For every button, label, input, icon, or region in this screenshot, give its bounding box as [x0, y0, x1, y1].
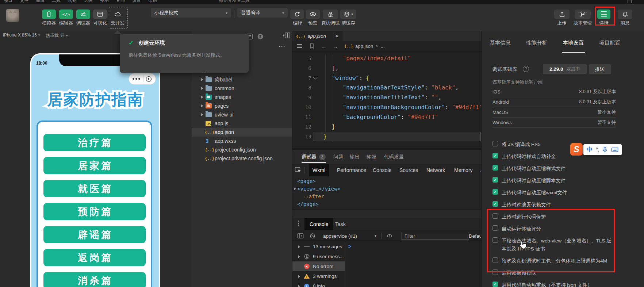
checkbox-checked[interactable]: ✓ — [492, 189, 498, 195]
clear-console-icon[interactable] — [310, 233, 315, 239]
panel-tab-调试器[interactable]: 调试器3 — [302, 150, 326, 164]
wxml-tree[interactable]: <page><view>…</view>::after</page> — [292, 176, 482, 211]
menu-item[interactable]: 设置 — [132, 0, 141, 4]
code-line-5[interactable]: 5"pages/index/detail" — [292, 54, 482, 64]
mini-menu-button[interactable]: 预防篇 — [43, 203, 146, 220]
code-line-6[interactable]: 6], — [292, 64, 482, 73]
code-line-11[interactable]: 11"backgroundColor": "#94d7f1" — [292, 112, 482, 122]
compile-button[interactable] — [290, 9, 304, 19]
tab-项目配置[interactable]: 项目配置 — [599, 39, 620, 46]
code-line-9[interactable]: 9"navigationBarTitleText": "", — [292, 93, 482, 103]
panel-tab-代码质量[interactable]: 代码质量 — [384, 150, 404, 164]
microphone-icon[interactable] — [602, 146, 608, 153]
code-line-10[interactable]: 10"navigationBarBackgroundColor": "#94d7… — [292, 103, 482, 112]
devtools-tab-performance[interactable]: Performance — [333, 164, 370, 176]
forward-icon[interactable]: → — [333, 43, 338, 49]
tab-app-json[interactable]: {..} app.json ✕ — [294, 31, 342, 41]
breadcrumb-more[interactable]: ... — [381, 43, 385, 49]
devtools-tab-wxml[interactable]: Wxml — [309, 164, 329, 176]
wxml-line[interactable]: ::after — [303, 192, 324, 200]
ime-mode-chinese[interactable]: 中 — [587, 146, 593, 154]
menu-item[interactable]: 编辑 — [36, 0, 45, 4]
chevron-down-icon[interactable]: ▼ — [374, 234, 377, 238]
console-prompt[interactable]: > — [348, 244, 351, 249]
menu-item[interactable]: 工具 — [52, 0, 61, 4]
option-上传代码时自[interactable]: ✓上传代码时自动压缩样式文件 — [492, 165, 617, 177]
code-line-7[interactable]: 7"window": { — [292, 73, 482, 83]
menu-items[interactable]: 项目文件编辑工具转到选择视图界面设置帮助 — [4, 0, 157, 4]
code-line-13[interactable]: 13} — [292, 132, 482, 142]
explorer-more-icon[interactable]: ··· — [279, 43, 285, 49]
editor-button[interactable]: </> — [59, 9, 73, 19]
base-library-version-select[interactable]: 2.29.0 灰度中 — [543, 64, 587, 74]
tree-item-uview-ui[interactable]: uview-ui — [192, 110, 292, 119]
menu-item[interactable]: 帮助 — [148, 0, 157, 4]
mini-menu-button[interactable]: 就医篇 — [43, 180, 146, 197]
sogou-logo[interactable]: S — [570, 143, 583, 156]
menu-item[interactable]: 项目 — [4, 0, 12, 4]
option-上传代码时自[interactable]: ✓上传代码时自动压缩wxml文件 — [492, 189, 617, 201]
maximize-button[interactable] — [628, 0, 632, 3]
console-filter-13-messages[interactable]: 13 messages — [292, 242, 345, 252]
console-tab-task[interactable]: Task — [330, 218, 351, 230]
wxml-line[interactable]: <page> — [297, 177, 316, 185]
clear-cache-button[interactable]: ▾ — [340, 9, 356, 19]
tree-item-app-js[interactable]: JSapp.js — [192, 119, 292, 128]
mode-select[interactable]: 小程序模式▾ — [151, 8, 231, 18]
menu-item[interactable]: 视图 — [100, 0, 109, 4]
profile-icon[interactable] — [256, 33, 264, 40]
push-button[interactable]: 推送 — [589, 64, 611, 74]
tree-item-project-private-config-json[interactable]: {..}project.private.config.json — [192, 154, 292, 163]
upload-button[interactable] — [554, 9, 570, 19]
levels-select[interactable]: Default levels — [469, 233, 481, 239]
more-icon[interactable] — [298, 221, 299, 226]
simulator-button[interactable] — [42, 9, 56, 19]
split-editor-icon[interactable] — [283, 32, 291, 39]
mini-menu-button[interactable]: 居家篇 — [43, 157, 146, 174]
checkbox-checked[interactable]: ✓ — [492, 153, 498, 158]
tree-item-app-json[interactable]: {..}app.json — [192, 128, 292, 137]
more-icon[interactable] — [133, 78, 140, 80]
code-editor[interactable]: 5"pages/index/detail"6],7"window": {8"na… — [292, 54, 482, 148]
mini-menu-button[interactable]: 消杀篇 — [43, 272, 146, 287]
mini-menu-button[interactable]: 返岗篇 — [43, 249, 146, 266]
option-启用代码自动[interactable]: ✓启用代码自动热重载（不支持 json 文件） — [492, 281, 617, 287]
wxml-line[interactable]: <view>…</view> — [294, 185, 340, 192]
preview-button[interactable] — [306, 9, 320, 19]
version-control-button[interactable] — [575, 9, 591, 19]
console-filter-9-user-mess-[interactable]: 9 user mess... — [292, 252, 345, 261]
hot-reload-select[interactable]: 热重载 开 ▾ — [46, 32, 68, 39]
devtools-tab-network[interactable]: Network — [423, 164, 449, 176]
device-select[interactable]: iPhone X 85% 16▾ — [3, 32, 40, 38]
splitter-band[interactable] — [292, 209, 482, 219]
code-line-12[interactable]: 12} — [292, 122, 482, 132]
message-button[interactable] — [618, 9, 632, 19]
tab-本地设置[interactable]: 本地设置 — [563, 39, 584, 46]
tree-item-images[interactable]: images — [192, 93, 292, 102]
filter-input[interactable] — [402, 232, 469, 240]
device-debug-button[interactable] — [323, 9, 338, 19]
keyboard-icon[interactable] — [611, 147, 618, 153]
devtools-tab-console[interactable]: Console — [369, 164, 395, 176]
tree-item-project-config-json[interactable]: {..}project.config.json — [192, 145, 292, 154]
eye-icon[interactable] — [386, 233, 393, 239]
tab-性能分析[interactable]: 性能分析 — [526, 39, 547, 46]
option-上传代码时自[interactable]: ✓上传代码时自动压缩脚本文件 — [492, 177, 617, 189]
breadcrumb-file[interactable]: app.json — [355, 43, 373, 49]
mini-menu-button[interactable]: 治疗篇 — [43, 134, 146, 151]
expand-arrow-icon[interactable] — [294, 187, 296, 190]
debugger-button[interactable] — [76, 9, 90, 19]
checkbox-checked[interactable]: ✓ — [492, 201, 498, 207]
console-tab-console[interactable]: Console — [304, 218, 333, 230]
wxml-line[interactable]: </page> — [297, 200, 319, 208]
tree-item-common[interactable]: common — [192, 84, 292, 93]
panel-tab-问题[interactable]: 问题 — [333, 150, 343, 164]
checkbox-checked[interactable]: ✓ — [492, 177, 498, 183]
code-line-8[interactable]: 8"navigationBarTextStyle": "black", — [292, 83, 482, 93]
sidebar-toggle-icon[interactable] — [297, 233, 304, 239]
devtools-tab-sources[interactable]: Sources — [396, 164, 422, 176]
close-target-icon[interactable] — [146, 76, 152, 82]
cloud-dev-button[interactable] — [111, 9, 124, 19]
panel-tab-输出[interactable]: 输出 — [350, 150, 360, 164]
tree-item-app-wxss[interactable]: Eapp.wxss — [192, 137, 292, 145]
